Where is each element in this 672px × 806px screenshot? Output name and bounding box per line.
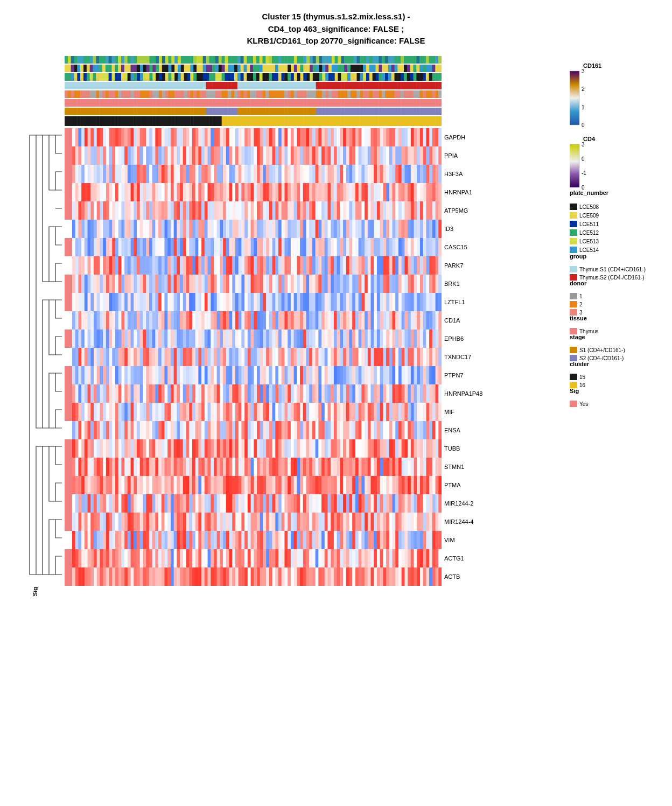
gene-label: GAPDH: [442, 128, 495, 146]
row-dendrogram: [11, 126, 65, 584]
gene-label: ACTG1: [442, 549, 495, 567]
title-line1: Cluster 15 (thymus.s1.s2.mix.less.s1) -: [262, 12, 410, 21]
gene-label: PARK7: [442, 256, 495, 275]
chart-title: Cluster 15 (thymus.s1.s2.mix.less.s1) - …: [247, 11, 425, 47]
gene-label: HNRNPA1: [442, 183, 495, 201]
gene-label: CD1A: [442, 311, 495, 330]
annotation-bars: [65, 56, 559, 126]
gene-label: CASC15: [442, 238, 495, 256]
legend-canvas: [570, 61, 672, 546]
sig-axis-label: Sig: [32, 587, 38, 596]
sig-column: [65, 128, 72, 586]
gene-label: BRK1: [442, 275, 495, 293]
annotation-canvas: [65, 56, 442, 126]
gene-label: ACTB: [442, 567, 495, 586]
heatmap-section: GAPDHPPIAH3F3AHNRNPA1ATP5MGID3CASC15PARK…: [65, 56, 559, 586]
main-container: Cluster 15 (thymus.s1.s2.mix.less.s1) - …: [0, 0, 672, 605]
gene-label: TXNDC17: [442, 348, 495, 366]
gene-label: ATP5MG: [442, 201, 495, 220]
gene-label: PTMA: [442, 476, 495, 494]
title-line3: KLRB1/CD161_top 20770_significance: FALS…: [247, 36, 425, 45]
legend-area: [559, 56, 667, 546]
gene-label: PPIA: [442, 146, 495, 165]
heatmap-body: GAPDHPPIAH3F3AHNRNPA1ATP5MGID3CASC15PARK…: [65, 128, 559, 586]
gene-labels: GAPDHPPIAH3F3AHNRNPA1ATP5MGID3CASC15PARK…: [442, 128, 495, 586]
gene-label: EPHB6: [442, 330, 495, 348]
content-area: Sig GAPDHPPIAH3F3AHNRNPA1ATP5MGID3CASC15…: [5, 56, 667, 600]
main-heatmap: [72, 128, 442, 586]
title-line2: CD4_top 463_significance: FALSE ;: [268, 24, 404, 33]
gene-label: VIM: [442, 531, 495, 549]
gene-label: LZTFL1: [442, 293, 495, 311]
gene-label: MIR1244-4: [442, 513, 495, 531]
gene-label: ENSA: [442, 421, 495, 439]
gene-label: MIR1244-2: [442, 494, 495, 513]
left-panel: Sig: [5, 56, 65, 600]
gene-label: STMN1: [442, 458, 495, 476]
gene-label: TUBB: [442, 439, 495, 458]
gene-label: MIF: [442, 403, 495, 421]
gene-label: PTPN7: [442, 366, 495, 384]
gene-label: H3F3A: [442, 165, 495, 183]
gene-label: HNRNPA1P48: [442, 384, 495, 403]
gene-label: ID3: [442, 220, 495, 238]
